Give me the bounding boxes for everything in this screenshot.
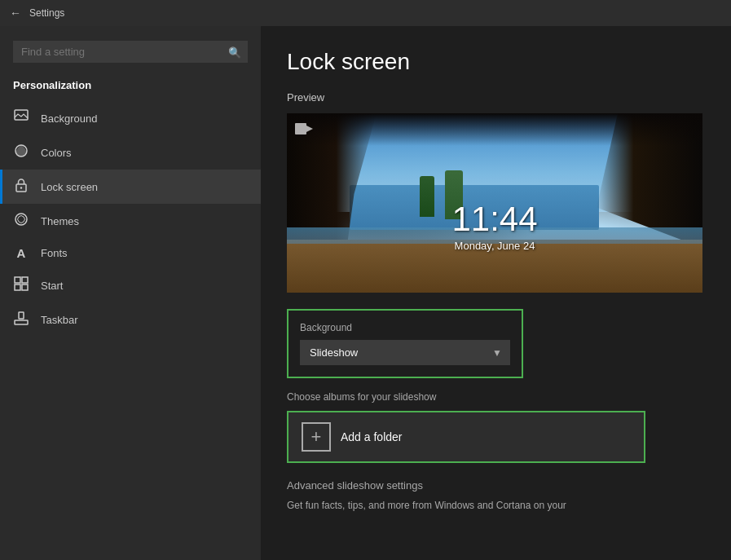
preview-container: 11:44 Monday, June 24 (287, 113, 702, 293)
sidebar-item-lockscreen-label: Lock screen (41, 181, 98, 193)
sidebar-item-background-label: Background (41, 112, 97, 125)
svg-rect-6 (22, 277, 28, 283)
back-button[interactable]: ← (10, 7, 21, 20)
clock-date: Monday, June 24 (451, 240, 537, 252)
search-box[interactable]: 🔍 (13, 41, 248, 63)
search-icon: 🔍 (228, 46, 241, 58)
sidebar-item-themes[interactable]: Themes (0, 204, 261, 238)
sidebar-item-colors-label: Colors (41, 147, 72, 159)
svg-rect-5 (15, 277, 20, 283)
content-area: Lock screen Preview (261, 26, 731, 560)
preview-label: Preview (287, 91, 705, 104)
svg-rect-11 (295, 123, 306, 134)
svg-rect-8 (22, 284, 28, 290)
sidebar-item-colors[interactable]: Colors (0, 135, 261, 170)
sidebar-item-taskbar-label: Taskbar (41, 314, 78, 326)
advanced-slideshow-link[interactable]: Advanced slideshow settings (287, 479, 705, 492)
sidebar-item-fonts[interactable]: A Fonts (0, 238, 261, 268)
cave-top (287, 113, 702, 146)
sidebar-item-taskbar[interactable]: Taskbar (0, 302, 261, 337)
fonts-icon: A (13, 246, 29, 260)
sidebar-item-fonts-label: Fonts (41, 247, 68, 259)
dropdown-wrapper[interactable]: Windows spotlight Picture Slideshow ▼ (300, 340, 510, 365)
plus-icon: + (302, 422, 331, 452)
svg-point-3 (20, 187, 22, 188)
background-section: Background Windows spotlight Picture Sli… (287, 309, 523, 378)
themes-icon (13, 212, 29, 230)
video-icon (295, 121, 313, 140)
start-icon (13, 276, 29, 294)
sidebar-item-start-label: Start (41, 280, 63, 292)
taskbar-icon (13, 311, 29, 329)
clock-time: 11:44 (451, 202, 537, 236)
sidebar-section-title: Personalization (0, 76, 261, 101)
page-title: Lock screen (287, 49, 705, 75)
background-dropdown[interactable]: Windows spotlight Picture Slideshow (300, 340, 510, 365)
fun-facts-text: Get fun facts, tips, and more from Windo… (287, 500, 645, 511)
search-input[interactable] (13, 41, 248, 63)
sidebar-item-lockscreen[interactable]: Lock screen (0, 170, 261, 204)
sidebar-item-background[interactable]: Background (0, 101, 261, 135)
lockscreen-icon (13, 178, 29, 196)
rock-pillar-1 (420, 176, 434, 217)
background-icon (13, 109, 29, 127)
sidebar-item-themes-label: Themes (41, 215, 79, 227)
titlebar: ← Settings (0, 0, 731, 26)
sidebar: 🔍 Personalization Background Colors Lock… (0, 26, 261, 560)
sidebar-item-start[interactable]: Start (0, 268, 261, 302)
svg-rect-7 (15, 284, 20, 290)
svg-rect-9 (15, 320, 28, 324)
clock-overlay: 11:44 Monday, June 24 (451, 202, 537, 252)
main-layout: 🔍 Personalization Background Colors Lock… (0, 26, 731, 560)
add-folder-button[interactable]: + Add a folder (287, 411, 645, 463)
add-folder-label: Add a folder (341, 430, 403, 443)
svg-rect-10 (19, 312, 24, 319)
background-label: Background (300, 322, 510, 333)
app-title: Settings (29, 7, 64, 19)
colors-icon (13, 143, 29, 161)
albums-label: Choose albums for your slideshow (287, 391, 705, 403)
svg-marker-12 (306, 126, 313, 132)
